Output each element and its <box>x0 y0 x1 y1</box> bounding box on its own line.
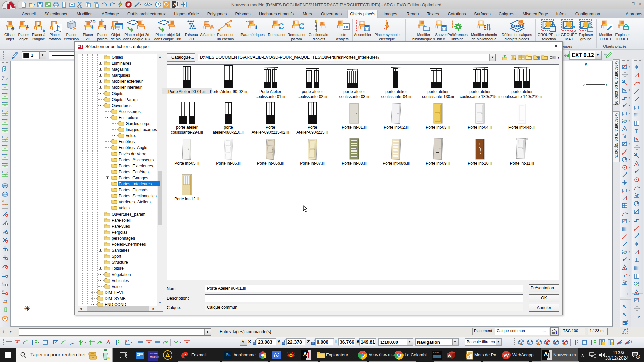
svg-text:[m³]: [m³] <box>3 193 7 196</box>
svg-text:?: ? <box>6 93 8 96</box>
svg-text:?: ? <box>6 162 8 166</box>
svg-text:?: ? <box>6 136 8 139</box>
svg-text:y: y <box>2 281 4 284</box>
svg-text:?: ? <box>6 171 8 174</box>
svg-text:?: ? <box>6 101 8 105</box>
svg-text:?: ? <box>6 84 8 87</box>
svg-text:?: ? <box>157 3 159 7</box>
svg-text:?: ? <box>6 119 8 122</box>
svg-text:⚙: ⚙ <box>2 200 4 203</box>
svg-text:1: 1 <box>637 355 639 359</box>
svg-text:?: ? <box>6 127 8 131</box>
svg-text:[m³]: [m³] <box>3 185 7 187</box>
svg-text:?: ? <box>6 154 8 157</box>
svg-text:x: x <box>2 272 4 275</box>
svg-text:?: ? <box>3 67 5 70</box>
svg-text:A: A <box>448 353 451 358</box>
svg-text:?: ? <box>6 77 8 81</box>
svg-text:?: ? <box>6 145 8 148</box>
svg-text:+: + <box>6 202 8 206</box>
svg-text:y: y <box>585 62 587 66</box>
svg-text:z: z <box>583 82 585 87</box>
svg-text:z: z <box>2 290 4 292</box>
svg-text:xyz: xyz <box>2 75 6 78</box>
svg-text:x: x <box>605 82 608 87</box>
svg-text:?: ? <box>6 110 8 113</box>
